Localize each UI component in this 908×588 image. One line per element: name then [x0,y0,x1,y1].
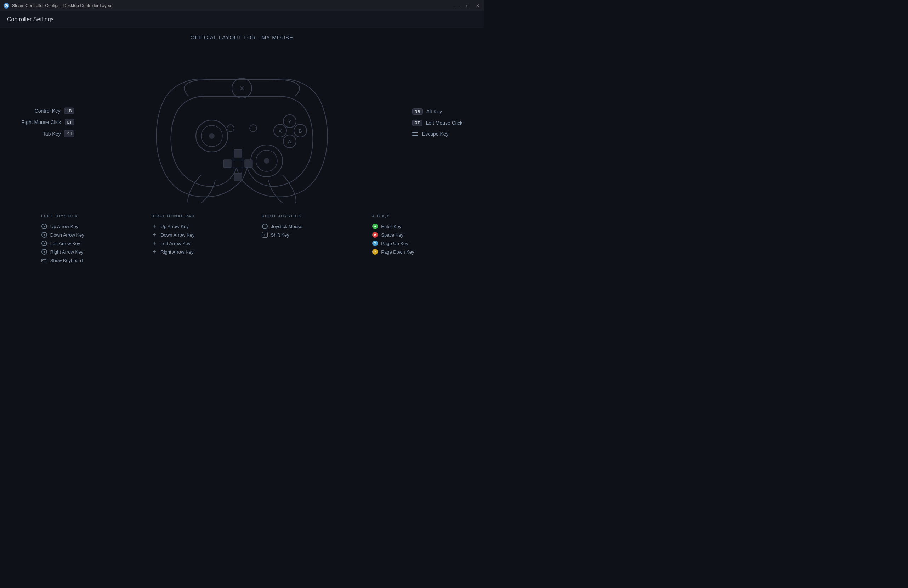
dp-down-label: Down Arrow Key [160,232,195,238]
svg-rect-3 [68,133,69,134]
directional-pad-section: DIRECTIONAL PAD Up Arrow Key Down Arrow … [151,214,222,264]
main-content: OFFICIAL LAYOUT FOR - MY MOUSE Control K… [0,28,484,318]
svg-point-18 [227,125,234,132]
right-labels: RB Alt Key RT Left Mouse Click Escape Ke… [412,108,462,137]
bottom-sections: LEFT JOYSTICK Up Arrow Key Down Arrow Ke… [0,214,484,264]
abxy-space[interactable]: B Space Key [372,232,443,238]
lb-badge: LB [64,108,74,114]
svg-text:A: A [288,139,291,145]
circle-icon-1 [41,223,47,230]
page-title: Controller Settings [7,16,477,23]
app-header: Controller Settings [0,11,484,28]
control-key-label: Control Key [35,108,61,114]
svg-rect-17 [245,160,253,168]
controller-graphic: ✕ [143,51,341,200]
rt-badge: RT [412,120,422,126]
y-button-icon: Y [372,249,378,255]
layout-title: OFFICIAL LAYOUT FOR - MY MOUSE [190,34,293,40]
circle-icon-4 [41,249,47,255]
app-icon [3,3,9,8]
lj-up-arrow-label: Up Arrow Key [50,224,78,229]
shift-icon: ⇧ [262,232,268,238]
abxy-enter[interactable]: A Enter Key [372,223,443,230]
svg-text:B: B [299,128,302,134]
svg-rect-16 [224,160,231,168]
svg-rect-14 [234,150,242,157]
left-joystick-section: LEFT JOYSTICK Up Arrow Key Down Arrow Ke… [41,214,112,264]
close-button[interactable]: ✕ [475,3,480,8]
dp-up-arrow[interactable]: Up Arrow Key [151,223,222,230]
dp-right-arrow[interactable]: Right Arrow Key [151,249,222,255]
lj-left-arrow-label: Left Arrow Key [50,241,80,246]
svg-text:✕: ✕ [239,85,245,92]
tab-badge-icon [64,130,74,137]
page-down-label: Page Down Key [381,250,414,255]
escape-key-label: Escape Key [422,131,449,137]
lj-show-keyboard[interactable]: Show Keyboard [41,257,112,264]
dp-down-arrow[interactable]: Down Arrow Key [151,232,222,238]
dpad-title: DIRECTIONAL PAD [151,214,222,218]
controller-area: Control Key LB Right Mouse Click LT Tab … [0,40,484,210]
abxy-pageup[interactable]: X Page Up Key [372,240,443,246]
dp-up-label: Up Arrow Key [160,224,188,229]
circle-icon-3 [41,240,47,246]
left-joystick-title: LEFT JOYSTICK [41,214,112,218]
svg-point-11 [264,158,269,164]
dpad-icon-2 [151,232,158,238]
right-joystick-title: RIGHT JOYSTICK [262,214,333,218]
svg-point-19 [250,125,257,132]
lj-keyboard-label: Show Keyboard [50,258,83,263]
lj-down-arrow[interactable]: Down Arrow Key [41,232,112,238]
dp-left-arrow[interactable]: Left Arrow Key [151,240,222,246]
abxy-section: A,B,X,Y A Enter Key B Space Key X Page U… [372,214,443,264]
dp-right-label: Right Arrow Key [160,250,193,255]
left-mouse-label: Left Mouse Click [426,120,462,126]
label-escape-key[interactable]: Escape Key [412,131,449,137]
lt-badge: LT [65,119,74,126]
space-key-label: Space Key [381,232,403,238]
label-tab-key[interactable]: Tab Key [43,130,74,137]
page-up-label: Page Up Key [381,241,408,246]
dpad-icon-3 [151,240,158,246]
right-mouse-label: Right Mouse Click [21,119,61,125]
a-button-icon: A [372,223,378,230]
keyboard-icon [41,257,47,264]
lj-right-arrow[interactable]: Right Arrow Key [41,249,112,255]
tab-key-label: Tab Key [43,131,61,137]
label-left-mouse[interactable]: RT Left Mouse Click [412,120,462,126]
window-controls: — □ ✕ [456,3,480,8]
title-bar-text: Steam Controller Configs - Desktop Contr… [12,3,112,8]
label-right-mouse[interactable]: Right Mouse Click LT [21,119,74,126]
svg-rect-15 [234,173,242,181]
lj-left-arrow[interactable]: Left Arrow Key [41,240,112,246]
maximize-button[interactable]: □ [465,3,470,8]
rj-mouse-label: Joystick Mouse [271,224,303,229]
abxy-title: A,B,X,Y [372,214,443,218]
title-bar: Steam Controller Configs - Desktop Contr… [0,0,484,11]
x-button-icon: X [372,240,378,246]
circle-icon-2 [41,232,47,238]
svg-point-8 [209,133,215,139]
rj-joystick-mouse[interactable]: Joystick Mouse [262,223,333,230]
abxy-pagedown[interactable]: Y Page Down Key [372,249,443,255]
rj-shift-key[interactable]: ⇧ Shift Key [262,232,333,238]
svg-point-1 [6,5,7,6]
minimize-button[interactable]: — [456,3,460,8]
svg-text:X: X [279,128,282,134]
dp-left-label: Left Arrow Key [160,241,190,246]
rb-badge: RB [412,108,423,115]
right-joystick-section: RIGHT JOYSTICK Joystick Mouse ⇧ Shift Ke… [262,214,333,264]
label-control-key[interactable]: Control Key LB [35,108,74,114]
menu-icon [412,132,418,136]
dpad-icon-4 [151,249,158,255]
lj-up-arrow[interactable]: Up Arrow Key [41,223,112,230]
b-button-icon: B [372,232,378,238]
svg-text:Y: Y [288,119,291,124]
lj-down-arrow-label: Down Arrow Key [50,232,84,238]
label-alt-key[interactable]: RB Alt Key [412,108,442,115]
left-labels: Control Key LB Right Mouse Click LT Tab … [21,108,74,137]
alt-key-label: Alt Key [427,109,442,114]
joystick-mouse-icon [262,223,268,230]
lj-right-arrow-label: Right Arrow Key [50,250,83,255]
dpad-icon-1 [151,223,158,230]
